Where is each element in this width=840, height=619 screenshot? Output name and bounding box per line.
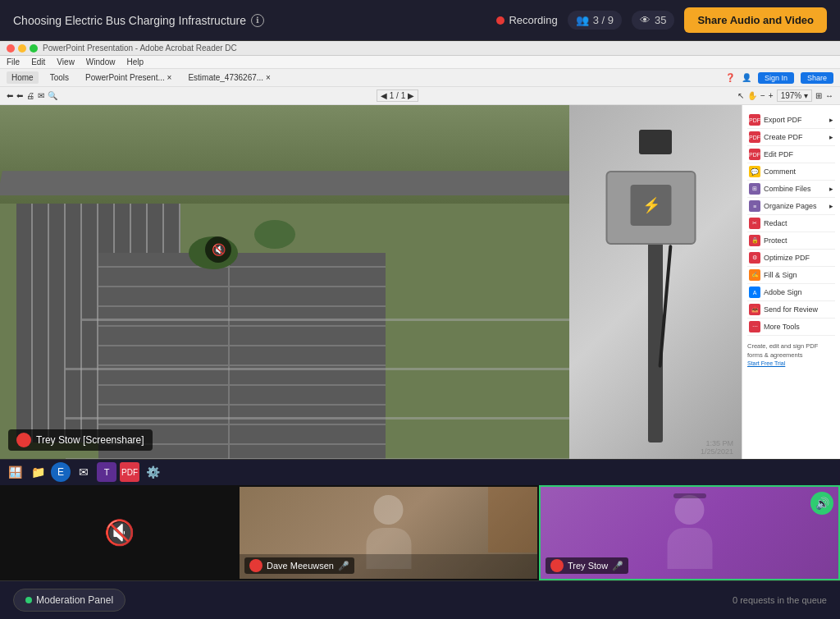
menu-file[interactable]: File bbox=[7, 57, 20, 66]
sidebar-protect[interactable]: 🔒 Protect bbox=[747, 232, 835, 250]
video-spacer: 🔇 bbox=[0, 485, 238, 581]
recording-dot bbox=[496, 16, 504, 25]
trey-name: Trey Stow bbox=[568, 561, 608, 571]
fit-width[interactable]: ↔ bbox=[825, 91, 833, 100]
organize-expand[interactable]: ▸ bbox=[829, 202, 833, 210]
participants-icon: 👥 bbox=[576, 14, 589, 26]
maximize-window-icon[interactable] bbox=[30, 44, 38, 53]
minimize-window-icon[interactable] bbox=[18, 44, 26, 53]
trey-person bbox=[667, 495, 712, 569]
zoom-level[interactable]: 197% ▾ bbox=[777, 89, 812, 102]
forward-icon[interactable]: ⬅ bbox=[16, 91, 23, 100]
create-pdf-expand[interactable]: ▸ bbox=[829, 133, 833, 141]
menu-view[interactable]: View bbox=[57, 57, 75, 66]
moderation-panel-button[interactable]: Moderation Panel bbox=[13, 589, 126, 612]
taskbar-settings-icon[interactable]: ⚙️ bbox=[143, 462, 162, 482]
video-strip: 🔇 Dave Meeuwsen 🎤 bbox=[0, 485, 840, 581]
recording-badge: Recording bbox=[496, 14, 557, 26]
sidebar-fill-sign[interactable]: ✍ Fill & Sign bbox=[747, 267, 835, 284]
zoom-out[interactable]: − bbox=[760, 91, 765, 100]
menu-help[interactable]: Help bbox=[126, 57, 144, 66]
hand-tool[interactable]: ✋ bbox=[747, 91, 757, 100]
combine-expand[interactable]: ▸ bbox=[829, 185, 833, 193]
viewers-badge[interactable]: 👁 35 bbox=[632, 11, 674, 30]
tab-home[interactable]: Home bbox=[7, 71, 39, 84]
sidebar-send-review[interactable]: 📤 Send for Review bbox=[747, 301, 835, 319]
dave-label: Dave Meeuwsen 🎤 bbox=[244, 557, 354, 574]
find-icon[interactable]: 🔍 bbox=[48, 91, 57, 100]
trey-label: Trey Stow 🎤 bbox=[546, 557, 628, 574]
sidebar-adobe-sign[interactable]: A Adobe Sign bbox=[747, 284, 835, 301]
trey-leave-btn[interactable] bbox=[550, 559, 564, 572]
start-free-trial-link[interactable]: Start Free Trial bbox=[747, 360, 785, 366]
taskbar-email-icon[interactable]: ✉ bbox=[74, 462, 94, 482]
sidebar-optimize[interactable]: ⚙ Optimize PDF bbox=[747, 250, 835, 267]
participants-badge[interactable]: 👥 3 / 9 bbox=[568, 11, 622, 30]
acrobat-sidebar: PDF Export PDF ▸ PDF Create PDF ▸ PDF Ed… bbox=[742, 105, 840, 459]
acrobat-toolbar-2: ⬅ ⬅ 🖨 ✉ 🔍 ◀ 1 / 1 ▶ ↖ ✋ − + 197% ▾ ⊞ ↔ bbox=[0, 87, 840, 105]
taskbar-browser-icon[interactable]: E bbox=[51, 462, 71, 482]
taskbar-windows-icon[interactable]: 🪟 bbox=[5, 462, 25, 482]
screenshare-label: Trey Stow [Screenshare] bbox=[8, 429, 153, 451]
info-icon[interactable]: ℹ bbox=[251, 14, 264, 27]
top-bar: Choosing Electric Bus Charging Infrastru… bbox=[0, 0, 840, 41]
dave-name: Dave Meeuwsen bbox=[267, 561, 334, 571]
back-icon[interactable]: ⬅ bbox=[7, 91, 13, 100]
pdf-content: ⚡ bbox=[0, 105, 742, 459]
tab-powerpoint[interactable]: PowerPoint Present... × bbox=[80, 71, 176, 84]
mail-icon[interactable]: ✉ bbox=[38, 91, 44, 100]
export-pdf-expand[interactable]: ▸ bbox=[829, 116, 833, 124]
cursor-tool[interactable]: ↖ bbox=[737, 91, 744, 100]
taskbar-folder-icon[interactable]: 📁 bbox=[28, 462, 48, 482]
leave-screenshare-button[interactable] bbox=[16, 433, 31, 447]
help-icon[interactable]: ❓ bbox=[725, 73, 735, 82]
menu-window[interactable]: Window bbox=[86, 57, 116, 66]
eye-icon: 👁 bbox=[640, 14, 651, 26]
tab-estimate[interactable]: Estimate_4736267... × bbox=[183, 71, 275, 84]
empty-video-area: 🔇 bbox=[104, 518, 135, 547]
sidebar-combine[interactable]: ⊞ Combine Files ▸ bbox=[747, 181, 835, 198]
app-title: PowerPoint Presentation - Adobe Acrobat … bbox=[43, 44, 237, 53]
sidebar-redact[interactable]: ✂ Redact bbox=[747, 215, 835, 232]
share-audio-video-button[interactable]: Share Audio and Video bbox=[684, 7, 827, 33]
acrobat-window: PowerPoint Presentation - Adobe Acrobat … bbox=[0, 41, 840, 459]
time-display: 1:35 PM1/25/2021 bbox=[701, 439, 733, 456]
main-area: PowerPoint Presentation - Adobe Acrobat … bbox=[0, 41, 840, 619]
sidebar-organize[interactable]: ≡ Organize Pages ▸ bbox=[747, 198, 835, 215]
sidebar-footer: Create, edit and sign PDF forms & agreem… bbox=[747, 342, 835, 369]
sign-in-button[interactable]: Sign In bbox=[758, 72, 794, 84]
sidebar-more-tools[interactable]: ⋯ More Tools bbox=[747, 319, 835, 336]
print-icon[interactable]: 🖨 bbox=[26, 91, 34, 100]
traffic-lights bbox=[7, 44, 38, 53]
menu-edit[interactable]: Edit bbox=[31, 57, 45, 66]
trey-speaker-indicator: 🔊 bbox=[810, 492, 833, 515]
taskbar-teams-icon[interactable]: T bbox=[97, 462, 116, 482]
bottom-bar: Moderation Panel 0 requests in the queue bbox=[0, 580, 840, 619]
video-thumb-trey: Trey Stow 🎤 🔊 bbox=[539, 485, 840, 581]
taskbar-pdf-icon[interactable]: PDF bbox=[120, 462, 139, 482]
requests-label: 0 requests in the queue bbox=[733, 595, 827, 605]
close-window-icon[interactable] bbox=[7, 44, 15, 53]
sidebar-export-pdf[interactable]: PDF Export PDF ▸ bbox=[747, 112, 835, 129]
moderation-dot bbox=[25, 597, 32, 603]
account-icon[interactable]: 👤 bbox=[742, 73, 751, 82]
sidebar-edit-pdf[interactable]: PDF Edit PDF bbox=[747, 146, 835, 163]
zoom-in[interactable]: + bbox=[769, 91, 774, 100]
participants-count: 3 / 9 bbox=[593, 14, 614, 26]
muted-audio-indicator: 🔇 bbox=[205, 236, 231, 263]
dave-leave-btn[interactable] bbox=[249, 559, 262, 572]
share-button[interactable]: Share bbox=[801, 72, 833, 84]
sidebar-create-pdf[interactable]: PDF Create PDF ▸ bbox=[747, 129, 835, 146]
acrobat-menu: File Edit View Window Help bbox=[0, 56, 840, 69]
meeting-title-text: Choosing Electric Bus Charging Infrastru… bbox=[13, 14, 246, 27]
acrobat-body: ⚡ PDF Export PDF ▸ bbox=[0, 105, 840, 459]
sidebar-comment[interactable]: 💬 Comment bbox=[747, 163, 835, 181]
meeting-title: Choosing Electric Bus Charging Infrastru… bbox=[13, 14, 486, 27]
dave-mic-icon: 🎤 bbox=[338, 560, 349, 571]
fit-page[interactable]: ⊞ bbox=[815, 91, 822, 100]
requests-info: 0 requests in the queue bbox=[733, 595, 827, 605]
screen-share-area: PowerPoint Presentation - Adobe Acrobat … bbox=[0, 41, 840, 459]
trey-mic-icon: 🎤 bbox=[612, 560, 623, 571]
tab-tools[interactable]: Tools bbox=[45, 71, 74, 84]
recording-label: Recording bbox=[509, 14, 557, 26]
